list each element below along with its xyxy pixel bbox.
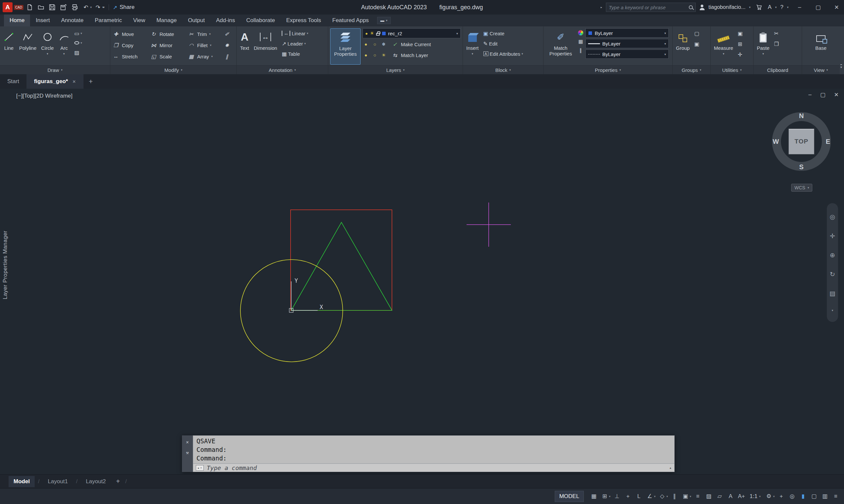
object-snap-icon[interactable]: ▣ [681, 490, 690, 502]
user-menu-caret-icon[interactable]: ▾ [749, 6, 751, 9]
model-space-button[interactable]: MODEL [555, 491, 584, 502]
layer-sun-icon[interactable]: ☀ [370, 30, 374, 36]
workspace-caret-icon[interactable]: ▾ [773, 495, 775, 498]
object-snap-tracking-icon[interactable]: ∥ [670, 490, 679, 502]
insert-block-button[interactable]: Insert ▾ [465, 29, 480, 65]
measure-button[interactable]: Measure ▾ [712, 29, 734, 65]
command-prompt-icon[interactable]: ▸ ▾ [196, 465, 204, 471]
edit-attributes-caret-icon[interactable]: ▾ [521, 52, 523, 55]
mirror-button[interactable]: ⋈Mirror [150, 42, 187, 49]
explode-button[interactable]: ✸ [223, 42, 233, 49]
lineweight-caret-icon[interactable]: ▾ [665, 42, 666, 46]
scale-button[interactable]: ◱Scale [150, 53, 187, 60]
viewport-close-icon[interactable]: ✕ [834, 91, 839, 98]
ortho-mode-icon[interactable]: L [634, 490, 644, 502]
showmotion-icon[interactable]: ▤ [829, 290, 836, 297]
graphics-performance-icon[interactable]: ▮ [798, 490, 808, 502]
ribbon-tab-express-tools[interactable]: Express Tools [281, 15, 327, 26]
qat-dropdown-icon[interactable]: ▾ [103, 6, 105, 9]
paste-button[interactable]: Paste ▾ [756, 29, 771, 65]
layer-dropdown[interactable]: ● ☀ rec_r2 ▾ [363, 29, 461, 38]
layer-properties-button[interactable]: Layer Properties [330, 29, 361, 65]
window-maximize-button[interactable]: ▢ [811, 0, 826, 15]
leader-caret-icon[interactable]: ▾ [305, 42, 306, 45]
navigation-wheel-icon[interactable]: ◎ [830, 213, 836, 221]
layer-properties-manager-palette-tab[interactable]: Layer Properties Manager [2, 231, 8, 300]
quick-select-tool[interactable]: ▣ [738, 29, 743, 37]
lineweight-display-icon[interactable]: ≡ [693, 490, 703, 502]
open-file-icon[interactable] [36, 2, 46, 12]
command-customize-icon[interactable]: ⚒ [186, 450, 189, 455]
navbar-caret-icon[interactable]: ▾ [832, 309, 833, 312]
new-drawing-tab-button[interactable]: + [84, 74, 98, 89]
ribbon-pin-icon[interactable]: ▾ [840, 64, 842, 69]
clean-screen-icon[interactable]: ▥ [820, 490, 830, 502]
object-color-dropdown[interactable]: ByLayer ▾ [585, 29, 669, 38]
id-point-tool[interactable]: ✛ [738, 51, 743, 58]
erase-button[interactable]: ✐ [223, 31, 233, 37]
ribbon-tab-home[interactable]: Home [4, 15, 30, 26]
line-button[interactable]: Line [2, 29, 16, 65]
modify-panel-label[interactable]: Modify ▾ [110, 65, 237, 74]
isometric-drafting-caret-icon[interactable]: ▾ [666, 495, 668, 498]
utilities-panel-label[interactable]: Utilities ▾ [711, 65, 753, 74]
customization-menu-icon[interactable]: ≡ [831, 490, 841, 502]
isolate-objects-icon[interactable]: ◎ [787, 490, 797, 502]
make-current-button[interactable]: ✓ Make Current [391, 41, 431, 48]
ribbon-tab-annotate[interactable]: Annotate [55, 15, 89, 26]
dimension-button[interactable]: ↔ Dimension [253, 29, 279, 65]
annotation-panel-label[interactable]: Annotation ▾ [237, 65, 328, 74]
array-caret-icon[interactable]: ▾ [211, 55, 213, 58]
help-icon[interactable]: ? [780, 4, 783, 11]
draw-panel-label[interactable]: Draw ▾ [0, 65, 110, 74]
ribbon-display-toggle[interactable]: ▬ ▾ [377, 17, 391, 24]
grid-display-icon[interactable]: ▦ [589, 490, 599, 502]
tab-layout2[interactable]: Layout2 [81, 476, 111, 487]
move-button[interactable]: ✚Move [112, 31, 149, 37]
group-button[interactable]: Group [675, 29, 691, 65]
tab-start[interactable]: Start [0, 74, 27, 89]
arc-button[interactable]: Arc ▾ [57, 29, 71, 65]
layer-isolate-icon[interactable]: ○ [372, 41, 378, 47]
viewcube-north[interactable]: N [799, 112, 804, 120]
user-avatar-icon[interactable] [700, 5, 705, 10]
command-close-icon[interactable]: ✕ [186, 439, 189, 445]
transparency-icon[interactable]: ▨ [704, 490, 713, 502]
annotation-monitor-icon[interactable]: + [776, 490, 786, 502]
edit-attributes-tool[interactable]: A Edit Attributes ▾ [483, 50, 523, 58]
viewcube-south[interactable]: S [799, 163, 804, 171]
lineweight-dropdown[interactable]: ByLayer ▾ [585, 39, 669, 48]
autocad-logo-icon[interactable]: A [3, 2, 13, 12]
selection-cycling-icon[interactable]: ▱ [714, 490, 724, 502]
trim-caret-icon[interactable]: ▾ [209, 32, 211, 36]
rotate-button[interactable]: ↻Rotate [150, 31, 187, 37]
linetype-caret-icon[interactable]: ▾ [665, 52, 666, 56]
snap-mode-caret-icon[interactable]: ▾ [609, 495, 610, 498]
offset-button[interactable]: ∥ [223, 53, 233, 60]
signed-in-user[interactable]: tiagobonifacio... [709, 4, 746, 10]
layer-on-icon[interactable]: ● [363, 52, 369, 58]
wcs-menu[interactable]: WCS ▾ [791, 184, 812, 192]
help-caret-icon[interactable]: ▾ [787, 6, 789, 9]
tab-model[interactable]: Model [8, 476, 35, 487]
ribbon-tab-parametric[interactable]: Parametric [89, 15, 127, 26]
save-as-icon[interactable] [58, 2, 68, 12]
copy-button[interactable]: ❒Copy [112, 42, 149, 49]
cut-tool[interactable]: ✂ [774, 29, 779, 37]
match-properties-button[interactable]: ✐ Match Properties [546, 29, 576, 65]
paste-caret-icon[interactable]: ▾ [762, 51, 764, 57]
autoscale-icon[interactable]: A+ [736, 490, 746, 502]
edit-block-tool[interactable]: ✎ Edit [483, 40, 523, 48]
circle-button[interactable]: Circle ▾ [40, 29, 55, 65]
ribbon-tab-collaborate[interactable]: Collaborate [241, 15, 281, 26]
group-edit-tool[interactable]: ▣ [694, 40, 700, 48]
leader-tool[interactable]: ↗ Leader ▾ [282, 40, 308, 48]
measure-caret-icon[interactable]: ▾ [723, 51, 724, 57]
search-collapse-icon[interactable]: ▸ [601, 6, 602, 9]
undo-caret-icon[interactable]: ▾ [90, 6, 92, 9]
window-minimize-button[interactable]: – [792, 0, 807, 15]
isometric-drafting-icon[interactable]: ◇ [657, 490, 667, 502]
viewcube-west[interactable]: W [773, 138, 779, 145]
ribbon-tab-output[interactable]: Output [182, 15, 210, 26]
lineweight-list-icon[interactable]: ▦ [578, 39, 583, 44]
